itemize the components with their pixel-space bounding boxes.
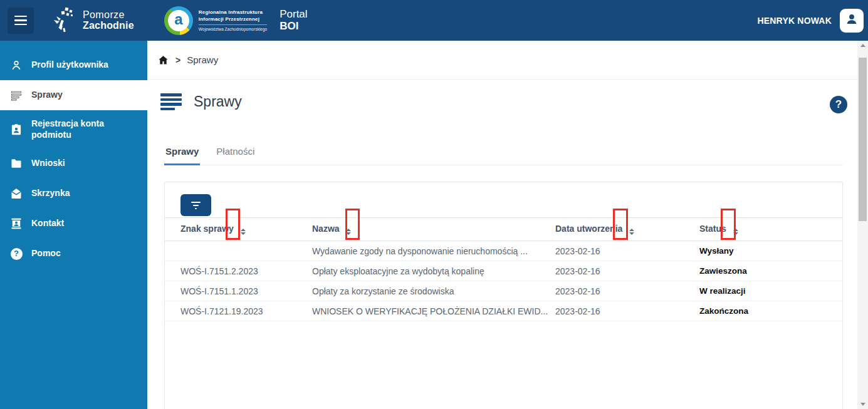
ripi-letter: a [168, 10, 189, 31]
user-icon [844, 11, 860, 30]
cases-table: Znak sprawy Nazwa Data utworzenia Status [165, 217, 842, 321]
cell-status: Zakończona [699, 301, 842, 321]
sidebar-item-wnioski[interactable]: Wnioski [0, 148, 147, 179]
cell-data-utworzenia: 2023-02-16 [555, 281, 699, 301]
id-badge-icon [9, 123, 23, 137]
cell-data-utworzenia: 2023-02-16 [555, 241, 699, 261]
menu-hamburger-button[interactable] [8, 8, 34, 34]
pomorze-zachodnie-logo: Pomorze Zachodnie [53, 6, 134, 35]
envelope-icon [9, 187, 23, 200]
sort-icon[interactable] [733, 229, 738, 236]
table-row[interactable]: WOŚ-I.7151.1.2023 Opłaty za korzystanie … [165, 281, 842, 301]
ripi-text-line2: Informacji Przestrzennej [199, 16, 267, 23]
scrollbar-down-arrow-icon[interactable] [857, 400, 868, 409]
sidebar-item-label: Sprawy [31, 90, 63, 101]
ripi-circle-icon: a [164, 6, 193, 35]
sort-icon[interactable] [346, 229, 351, 236]
sidebar-nav: Profil użytkownika Sprawy Rejestracja ko… [0, 41, 147, 409]
cell-nazwa: Opłaty eksploatacyjne za wydobytą kopali… [312, 261, 555, 281]
pomorze-logo-line1: Pomorze [83, 10, 134, 21]
list-lines-icon [9, 88, 23, 102]
main-content: > Sprawy Sprawy ? Sprawy Płatności Znak … [147, 41, 857, 409]
cell-status: Zawieszona [699, 261, 842, 281]
contact-card-icon [9, 217, 23, 230]
column-header-nazwa[interactable]: Nazwa [312, 218, 555, 241]
vertical-scrollbar[interactable] [857, 41, 868, 409]
tab-platnosci[interactable]: Płatności [215, 143, 256, 165]
ripi-text-line3: Województwa Zachodniopomorskiego [199, 24, 267, 31]
portal-boi-logo: Portal BOI [280, 9, 307, 32]
user-avatar-button[interactable] [840, 9, 864, 33]
scrollbar-up-arrow-icon[interactable] [857, 41, 868, 50]
page-title: Sprawy [194, 93, 242, 110]
sidebar-item-pomoc[interactable]: ? Pomoc [0, 239, 147, 269]
cell-nazwa: Wydawanie zgody na dysponowanie nierucho… [312, 241, 555, 261]
sidebar-item-label: Rejestracja konta podmiotu [31, 118, 141, 140]
folder-icon [9, 157, 23, 170]
sort-icon[interactable] [241, 229, 246, 236]
portal-logo-line2: BOI [280, 21, 307, 33]
help-circle-icon: ? [9, 247, 23, 261]
sidebar-item-label: Wnioski [31, 158, 65, 169]
cases-list-icon [160, 93, 182, 110]
cell-status: W realizacji [699, 281, 842, 301]
cell-data-utworzenia: 2023-02-16 [555, 261, 699, 281]
sort-icon[interactable] [629, 229, 634, 236]
griffin-icon [53, 6, 76, 35]
cell-nazwa: Opłaty za korzystanie ze środowiska [312, 281, 555, 301]
cell-status: Wysłany [699, 241, 842, 261]
pomorze-logo-line2: Zachodnie [83, 21, 134, 31]
sidebar-item-kontakt[interactable]: Kontakt [0, 209, 147, 239]
cell-znak-sprawy [165, 241, 312, 261]
page-title-row: Sprawy [160, 93, 242, 110]
cell-nazwa: WNIOSEK O WERYFIKACJĘ POŁOŻENIA DZIAŁKI … [312, 301, 555, 321]
user-name: HENRYK NOWAK [757, 16, 832, 26]
cell-znak-sprawy: WOŚ-I.7151.1.2023 [165, 281, 312, 301]
sidebar-item-skrzynka[interactable]: Skrzynka [0, 179, 147, 209]
filter-button[interactable] [180, 194, 211, 216]
sidebar-item-label: Skrzynka [31, 188, 70, 199]
tab-sprawy[interactable]: Sprawy [164, 143, 200, 165]
table-row[interactable]: WOŚ-I.7151.2.2023 Opłaty eksploatacyjne … [165, 261, 842, 281]
breadcrumb-current: Sprawy [187, 54, 218, 65]
cell-znak-sprawy: WOŚ-I.7121.19.2023 [165, 301, 312, 321]
sidebar-item-label: Kontakt [31, 218, 64, 229]
column-header-znak-sprawy[interactable]: Znak sprawy [165, 218, 312, 241]
scrollbar-thumb[interactable] [859, 58, 867, 221]
column-header-status[interactable]: Status [699, 218, 842, 241]
breadcrumb-separator: > [175, 55, 180, 65]
column-header-data-utworzenia[interactable]: Data utworzenia [555, 218, 699, 241]
sidebar-item-label: Profil użytkownika [31, 60, 108, 71]
sidebar-item-sprawy[interactable]: Sprawy [0, 80, 147, 110]
ripi-logo: a Regionalna Infrastruktura Informacji P… [164, 6, 267, 35]
ripi-text-line1: Regionalna Infrastruktura [199, 9, 267, 16]
tabs-bar: Sprawy Płatności [164, 143, 843, 165]
cell-data-utworzenia: 2023-02-16 [555, 301, 699, 321]
sidebar-item-label: Pomoc [31, 248, 61, 259]
table-row[interactable]: WOŚ-I.7121.19.2023 WNIOSEK O WERYFIKACJĘ… [165, 301, 842, 321]
app-header: Pomorze Zachodnie a Regionalna Infrastru… [0, 0, 868, 41]
breadcrumb: > Sprawy [147, 41, 857, 80]
cell-znak-sprawy: WOŚ-I.7151.2.2023 [165, 261, 312, 281]
table-row[interactable]: Wydawanie zgody na dysponowanie nierucho… [165, 241, 842, 261]
cases-table-card: Znak sprawy Nazwa Data utworzenia Status [164, 182, 843, 409]
user-outline-icon [9, 58, 23, 72]
sidebar-item-profil-uzytkownika[interactable]: Profil użytkownika [0, 50, 147, 80]
portal-logo-line1: Portal [280, 9, 307, 21]
page-help-button[interactable]: ? [830, 96, 847, 113]
home-icon[interactable] [157, 54, 169, 66]
sidebar-item-rejestracja-konta-podmiotu[interactable]: Rejestracja konta podmiotu [0, 110, 147, 148]
